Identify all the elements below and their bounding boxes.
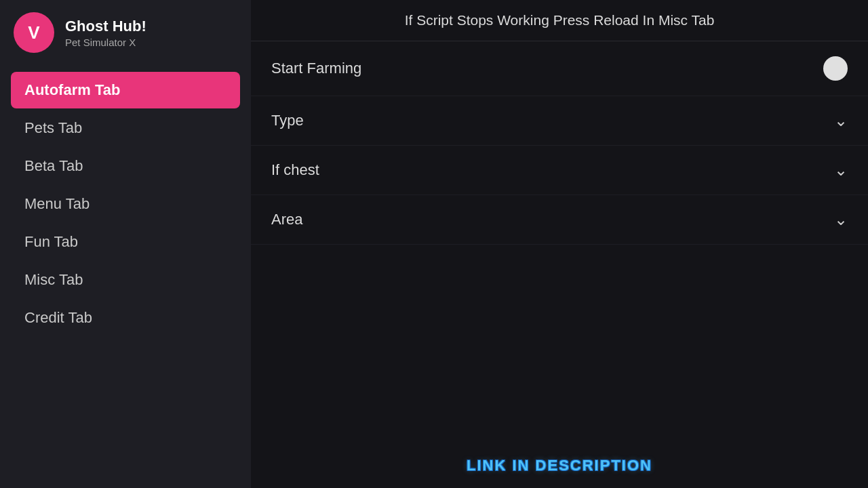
main-content: If Script Stops Working Press Reload In … <box>251 0 868 488</box>
area-dropdown-arrow[interactable]: ⌄ <box>834 210 848 229</box>
type-dropdown-arrow[interactable]: ⌄ <box>834 111 848 130</box>
area-label: Area <box>271 211 302 228</box>
sidebar-navigation: Autofarm TabPets TabBeta TabMenu TabFun … <box>0 65 251 488</box>
app-header: V Ghost Hub! Pet Simulator X <box>0 0 251 65</box>
start-farming-label: Start Farming <box>271 60 361 77</box>
if-chest-label: If chest <box>271 161 319 179</box>
sidebar-item-menu[interactable]: Menu Tab <box>11 186 240 222</box>
sidebar: V Ghost Hub! Pet Simulator X Autofarm Ta… <box>0 0 251 488</box>
sidebar-item-beta[interactable]: Beta Tab <box>11 148 240 184</box>
app-name: Ghost Hub! <box>65 18 146 35</box>
sidebar-item-credit[interactable]: Credit Tab <box>11 300 240 336</box>
if-chest-dropdown-arrow[interactable]: ⌄ <box>834 161 848 180</box>
link-in-description: LINK IN DESCRIPTION <box>467 457 652 474</box>
sidebar-item-misc[interactable]: Misc Tab <box>11 262 240 298</box>
main-header: If Script Stops Working Press Reload In … <box>251 0 868 41</box>
content-area: Start FarmingType⌄If chest⌄Area⌄ <box>251 41 868 488</box>
sidebar-item-pets[interactable]: Pets Tab <box>11 110 240 146</box>
sidebar-item-fun[interactable]: Fun Tab <box>11 224 240 260</box>
row-area: Area⌄ <box>251 195 868 245</box>
header-notice: If Script Stops Working Press Reload In … <box>271 12 848 28</box>
row-if-chest: If chest⌄ <box>251 146 868 195</box>
type-label: Type <box>271 112 304 129</box>
bottom-banner: LINK IN DESCRIPTION <box>251 457 868 474</box>
row-start-farming: Start Farming <box>251 41 868 96</box>
row-type: Type⌄ <box>251 96 868 146</box>
app-title-group: Ghost Hub! Pet Simulator X <box>65 18 146 48</box>
app-subtitle: Pet Simulator X <box>65 37 146 48</box>
sidebar-item-autofarm[interactable]: Autofarm Tab <box>11 72 240 108</box>
avatar: V <box>14 12 54 53</box>
start-farming-toggle[interactable] <box>823 56 848 81</box>
